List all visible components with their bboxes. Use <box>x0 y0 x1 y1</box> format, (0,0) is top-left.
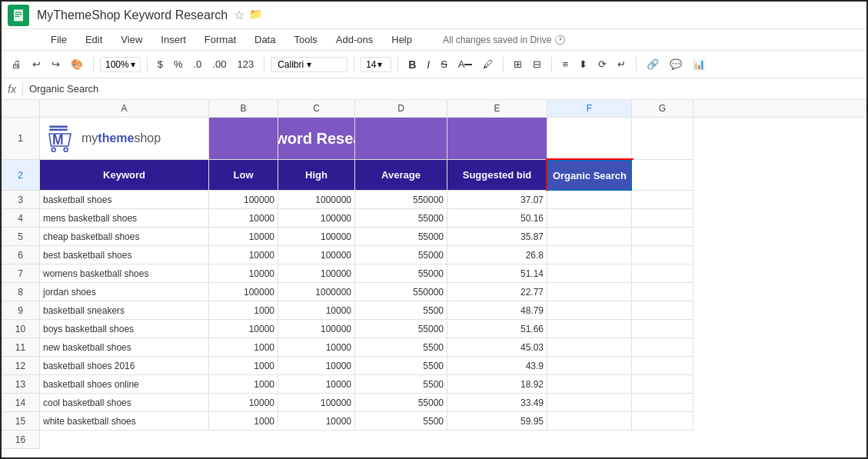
cell-d13[interactable]: 5500 <box>355 375 447 394</box>
cell-a1[interactable]: M mythemeshop <box>40 118 209 160</box>
decimal00-btn[interactable]: .00 <box>208 56 230 72</box>
cell-f12[interactable] <box>547 357 632 375</box>
row-header-15[interactable]: 15 <box>2 412 40 431</box>
menu-data[interactable]: Data <box>251 32 278 47</box>
print-btn[interactable]: 🖨 <box>8 56 25 72</box>
cell-d12[interactable]: 5500 <box>355 357 447 375</box>
percent-btn[interactable]: % <box>170 56 187 72</box>
row-header-9[interactable]: 9 <box>2 301 40 320</box>
cell-e8[interactable]: 22.77 <box>447 283 547 301</box>
cell-g9[interactable] <box>632 301 693 320</box>
cell-e4[interactable]: 50.16 <box>447 209 547 228</box>
cell-f11[interactable] <box>547 338 632 357</box>
cell-g3[interactable] <box>632 191 693 209</box>
font-color-btn[interactable]: A <box>454 56 477 72</box>
cell-d14[interactable]: 55000 <box>355 394 447 412</box>
cell-g4[interactable] <box>632 209 693 228</box>
cell-f14[interactable] <box>547 394 632 412</box>
cell-g14[interactable] <box>632 394 693 412</box>
row-header-13[interactable]: 13 <box>2 375 40 394</box>
cell-b9[interactable]: 1000 <box>209 301 278 320</box>
cell-e9[interactable]: 48.79 <box>447 301 547 320</box>
cell-f10[interactable] <box>547 320 632 338</box>
menu-insert[interactable]: Insert <box>158 32 189 47</box>
cell-b11[interactable]: 1000 <box>209 338 278 357</box>
cell-f2[interactable]: Organic Search <box>547 160 632 191</box>
cell-e2[interactable]: Suggested bid <box>447 160 547 191</box>
cell-e11[interactable]: 45.03 <box>447 338 547 357</box>
cell-g6[interactable] <box>632 246 693 264</box>
cell-b5[interactable]: 10000 <box>209 228 278 246</box>
col-header-d[interactable]: D <box>355 100 447 117</box>
cell-a10[interactable]: boys basketball shoes <box>40 320 209 338</box>
star-icon[interactable]: ☆ <box>234 8 244 22</box>
cell-c3[interactable]: 1000000 <box>278 191 355 209</box>
cell-d11[interactable]: 5500 <box>355 338 447 357</box>
cell-c2[interactable]: High <box>278 160 355 191</box>
cell-c13[interactable]: 10000 <box>278 375 355 394</box>
col-header-e[interactable]: E <box>447 100 547 117</box>
cell-f5[interactable] <box>547 228 632 246</box>
cell-c4[interactable]: 100000 <box>278 209 355 228</box>
cell-b14[interactable]: 10000 <box>209 394 278 412</box>
cell-e6[interactable]: 26.8 <box>447 246 547 264</box>
menu-tools[interactable]: Tools <box>291 32 320 47</box>
cell-a7[interactable]: womens basketball shoes <box>40 264 209 283</box>
cell-d2[interactable]: Average <box>355 160 447 191</box>
cell-d8[interactable]: 550000 <box>355 283 447 301</box>
cell-b15[interactable]: 1000 <box>209 412 278 431</box>
cell-f8[interactable] <box>547 283 632 301</box>
link-btn[interactable]: 🔗 <box>643 56 663 72</box>
menu-edit[interactable]: Edit <box>82 32 105 47</box>
row-header-6[interactable]: 6 <box>2 246 40 264</box>
cell-a13[interactable]: basketball shoes online <box>40 375 209 394</box>
cell-c14[interactable]: 100000 <box>278 394 355 412</box>
row-header-4[interactable]: 4 <box>2 209 40 228</box>
cell-g10[interactable] <box>632 320 693 338</box>
cell-f6[interactable] <box>547 246 632 264</box>
decimal0-btn[interactable]: .0 <box>190 56 206 72</box>
cell-b12[interactable]: 1000 <box>209 357 278 375</box>
row-header-11[interactable]: 11 <box>2 338 40 357</box>
cell-d10[interactable]: 55000 <box>355 320 447 338</box>
row-header-16[interactable]: 16 <box>2 431 40 449</box>
cell-d1[interactable] <box>355 118 447 160</box>
italic-btn[interactable]: I <box>423 56 434 73</box>
cell-d6[interactable]: 55000 <box>355 246 447 264</box>
cell-c11[interactable]: 10000 <box>278 338 355 357</box>
cell-b3[interactable]: 100000 <box>209 191 278 209</box>
cell-g15[interactable] <box>632 412 693 431</box>
merge-btn[interactable]: ⊟ <box>529 56 545 72</box>
comment-btn[interactable]: 💬 <box>666 56 686 72</box>
text-rotate-btn[interactable]: ⟳ <box>594 56 610 72</box>
cell-f15[interactable] <box>547 412 632 431</box>
cell-b6[interactable]: 10000 <box>209 246 278 264</box>
col-header-a[interactable]: A <box>40 100 209 117</box>
cell-a6[interactable]: best basketball shoes <box>40 246 209 264</box>
chart-btn[interactable]: 📊 <box>689 56 709 72</box>
cell-c10[interactable]: 100000 <box>278 320 355 338</box>
redo-btn[interactable]: ↪ <box>48 56 64 72</box>
cell-b2[interactable]: Low <box>209 160 278 191</box>
cell-e3[interactable]: 37.07 <box>447 191 547 209</box>
cell-g5[interactable] <box>632 228 693 246</box>
col-header-f[interactable]: F <box>547 100 632 117</box>
cell-a11[interactable]: new basketball shoes <box>40 338 209 357</box>
cell-a8[interactable]: jordan shoes <box>40 283 209 301</box>
cell-d3[interactable]: 550000 <box>355 191 447 209</box>
format-num-btn[interactable]: 123 <box>233 56 258 72</box>
cell-a15[interactable]: white basketball shoes <box>40 412 209 431</box>
cell-g11[interactable] <box>632 338 693 357</box>
cell-a14[interactable]: cool basketball shoes <box>40 394 209 412</box>
cell-c1-title[interactable]: Keyword Research <box>278 118 355 160</box>
align-left-btn[interactable]: ≡ <box>558 56 572 72</box>
cell-f1[interactable] <box>547 118 632 160</box>
menu-view[interactable]: View <box>118 32 145 47</box>
cell-c9[interactable]: 10000 <box>278 301 355 320</box>
row-header-12[interactable]: 12 <box>2 357 40 375</box>
col-header-g[interactable]: G <box>632 100 693 117</box>
cell-d4[interactable]: 55000 <box>355 209 447 228</box>
font-selector[interactable]: Calibri▾ <box>271 57 348 72</box>
row-header-10[interactable]: 10 <box>2 320 40 338</box>
cell-d15[interactable]: 5500 <box>355 412 447 431</box>
